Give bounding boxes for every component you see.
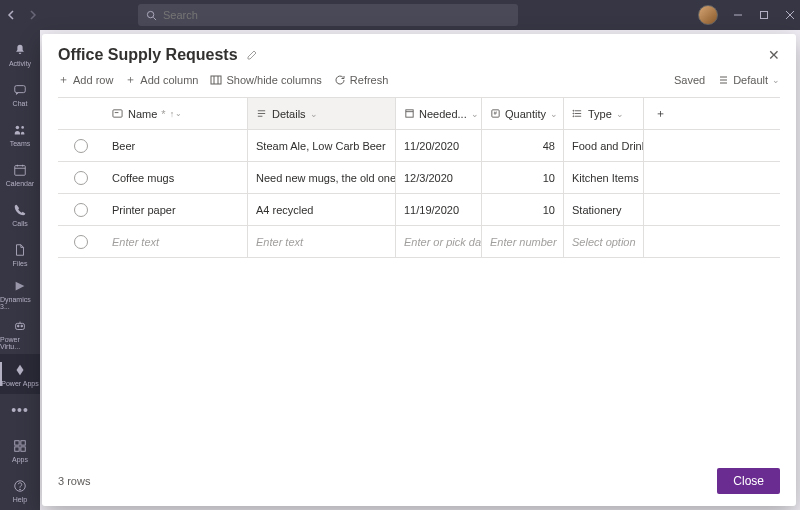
chevron-down-icon: ⌄ xyxy=(550,109,558,119)
new-row[interactable]: Enter text Enter text Enter or pick date… xyxy=(58,226,780,258)
cell-name[interactable]: Beer xyxy=(104,130,248,161)
svg-point-15 xyxy=(21,325,23,327)
cell-details[interactable]: Need new mugs, the old ones are... xyxy=(248,162,396,193)
cell-details[interactable]: Steam Ale, Low Carb Beer xyxy=(248,130,396,161)
row-radio[interactable] xyxy=(74,235,88,249)
new-needed-input[interactable]: Enter or pick date xyxy=(396,226,482,257)
nav-forward-button[interactable] xyxy=(24,7,40,23)
search-input[interactable] xyxy=(163,9,510,21)
col-qty-label: Quantity xyxy=(505,108,546,120)
rail-calls[interactable]: Calls xyxy=(0,194,40,234)
dialog-close-button[interactable]: ✕ xyxy=(768,47,780,63)
calendar-icon xyxy=(12,162,28,178)
cell-needed[interactable]: 11/19/2020 xyxy=(396,194,482,225)
add-column-header-button[interactable]: ＋ xyxy=(644,98,676,129)
row-radio[interactable] xyxy=(74,171,88,185)
select-all-header xyxy=(58,98,104,129)
close-window-button[interactable] xyxy=(784,9,796,21)
cell-name[interactable]: Coffee mugs xyxy=(104,162,248,193)
table-row[interactable]: Printer paperA4 recycled11/19/202010Stat… xyxy=(58,194,780,226)
dialog-title: Office Supply Requests xyxy=(58,46,238,64)
bell-icon xyxy=(12,42,28,58)
search-box[interactable] xyxy=(138,4,518,26)
svg-rect-17 xyxy=(15,440,19,444)
chevron-down-icon: ⌄ xyxy=(616,109,624,119)
table-row[interactable]: BeerSteam Ale, Low Carb Beer11/20/202048… xyxy=(58,130,780,162)
cell-type[interactable]: Stationery xyxy=(564,194,644,225)
maximize-button[interactable] xyxy=(758,9,770,21)
add-column-button[interactable]: ＋Add column xyxy=(125,72,198,87)
column-header-name[interactable]: Name*↑⌄ xyxy=(104,98,248,129)
rail-help[interactable]: Help xyxy=(0,470,40,510)
new-details-input[interactable]: Enter text xyxy=(248,226,396,257)
cell-type[interactable]: Kitchen Items xyxy=(564,162,644,193)
content-area: Office Supply Requests ✕ ＋Add row ＋Add c… xyxy=(40,30,800,510)
view-label: Default xyxy=(733,74,768,86)
col-type-label: Type xyxy=(588,108,612,120)
close-button[interactable]: Close xyxy=(717,468,780,494)
toolbar: ＋Add row ＋Add column Show/hide columns R… xyxy=(58,72,780,87)
new-quantity-input[interactable]: Enter number xyxy=(482,226,564,257)
row-radio[interactable] xyxy=(74,203,88,217)
new-name-input[interactable]: Enter text xyxy=(104,226,248,257)
rail-files[interactable]: Files xyxy=(0,234,40,274)
chevron-down-icon: ⌄ xyxy=(310,109,318,119)
show-hide-columns-button[interactable]: Show/hide columns xyxy=(210,74,321,86)
search-icon xyxy=(146,10,157,21)
rail-label: Calendar xyxy=(6,180,34,187)
svg-line-1 xyxy=(153,17,156,20)
nav-back-button[interactable] xyxy=(4,7,20,23)
data-table: Name*↑⌄ Details⌄ Needed...⌄ #Quantity⌄ T… xyxy=(58,97,780,258)
add-row-label: Add row xyxy=(73,74,113,86)
chevron-down-icon: ⌄ xyxy=(772,75,780,85)
rail-apps[interactable]: Apps xyxy=(0,430,40,470)
phone-icon xyxy=(12,202,28,218)
rail-power-apps[interactable]: Power Apps xyxy=(0,354,40,394)
cell-name[interactable]: Printer paper xyxy=(104,194,248,225)
column-header-type[interactable]: Type⌄ xyxy=(564,98,644,129)
table-header: Name*↑⌄ Details⌄ Needed...⌄ #Quantity⌄ T… xyxy=(58,98,780,130)
rail-teams[interactable]: Teams xyxy=(0,114,40,154)
calendar-icon xyxy=(404,108,415,119)
rail-calendar[interactable]: Calendar xyxy=(0,154,40,194)
view-selector[interactable]: Default⌄ xyxy=(717,74,780,86)
cell-quantity[interactable]: 48 xyxy=(482,130,564,161)
svg-rect-9 xyxy=(15,165,26,175)
rail-activity[interactable]: Activity xyxy=(0,34,40,74)
pencil-icon[interactable] xyxy=(246,49,258,61)
add-row-button[interactable]: ＋Add row xyxy=(58,72,113,87)
cell-needed[interactable]: 12/3/2020 xyxy=(396,162,482,193)
svg-point-42 xyxy=(573,113,574,114)
svg-point-43 xyxy=(573,116,574,117)
bot-icon xyxy=(12,318,28,334)
list-icon xyxy=(717,74,729,86)
refresh-button[interactable]: Refresh xyxy=(334,74,389,86)
table-row[interactable]: Coffee mugsNeed new mugs, the old ones a… xyxy=(58,162,780,194)
show-hide-label: Show/hide columns xyxy=(226,74,321,86)
column-header-quantity[interactable]: #Quantity⌄ xyxy=(482,98,564,129)
rail-label: Chat xyxy=(13,100,28,107)
rail-dynamics[interactable]: Dynamics 3... xyxy=(0,274,40,314)
title-bar xyxy=(0,0,800,30)
cell-quantity[interactable]: 10 xyxy=(482,194,564,225)
svg-rect-18 xyxy=(21,440,25,444)
avatar[interactable] xyxy=(698,5,718,25)
cell-quantity[interactable]: 10 xyxy=(482,162,564,193)
rail-more-button[interactable]: ••• xyxy=(11,394,29,426)
rail-chat[interactable]: Chat xyxy=(0,74,40,114)
minimize-button[interactable] xyxy=(732,9,744,21)
column-header-details[interactable]: Details⌄ xyxy=(248,98,396,129)
cell-details[interactable]: A4 recycled xyxy=(248,194,396,225)
dialog: Office Supply Requests ✕ ＋Add row ＋Add c… xyxy=(42,34,796,506)
rail-power-virtual[interactable]: Power Virtu... xyxy=(0,314,40,354)
cell-needed[interactable]: 11/20/2020 xyxy=(396,130,482,161)
cell-type[interactable]: Food and Drink xyxy=(564,130,644,161)
chat-icon xyxy=(12,82,28,98)
sort-indicator: ↑⌄ xyxy=(170,109,183,119)
row-radio[interactable] xyxy=(74,139,88,153)
rail-label: Teams xyxy=(10,140,31,147)
rail-label: Power Virtu... xyxy=(0,336,40,350)
column-header-needed[interactable]: Needed...⌄ xyxy=(396,98,482,129)
new-type-input[interactable]: Select option xyxy=(564,226,644,257)
text-icon xyxy=(256,108,268,119)
